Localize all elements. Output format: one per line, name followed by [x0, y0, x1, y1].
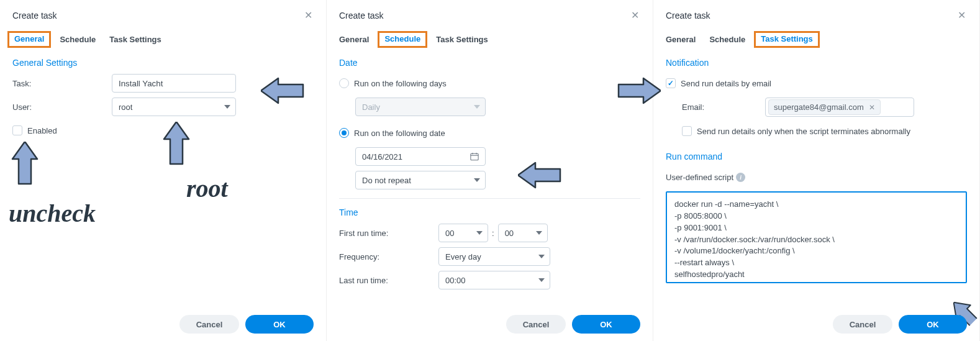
last-run-value: 00:00	[445, 276, 466, 285]
tab-bar: General Schedule Task Settings	[339, 32, 640, 47]
send-email-checkbox[interactable]	[666, 78, 676, 88]
hour-value: 00	[445, 229, 454, 238]
cancel-button[interactable]: Cancel	[506, 315, 566, 334]
cancel-button[interactable]: Cancel	[833, 315, 892, 334]
ok-button[interactable]: OK	[245, 315, 314, 334]
tab-schedule[interactable]: Schedule	[378, 31, 427, 48]
tab-general[interactable]: General	[339, 32, 369, 47]
panel-schedule: Create task ✕ General Schedule Task Sett…	[327, 0, 653, 341]
radio-run-days[interactable]	[339, 78, 349, 88]
frequency-value: Every day	[445, 252, 481, 261]
date-input[interactable]: 04/16/2021	[355, 147, 486, 166]
radio-run-date[interactable]	[339, 128, 349, 138]
cancel-button[interactable]: Cancel	[179, 315, 239, 334]
first-run-label: First run time:	[339, 229, 438, 238]
frequency-label: Frequency:	[339, 252, 438, 261]
chevron-down-icon	[224, 105, 230, 109]
section-general-settings: General Settings	[12, 58, 314, 68]
dialog-title: Create task	[666, 11, 710, 20]
svg-rect-0	[471, 153, 478, 160]
last-run-label: Last run time:	[339, 276, 438, 285]
section-run-command: Run command	[666, 152, 967, 161]
user-select-value: root	[119, 102, 132, 112]
date-value: 04/16/2021	[362, 152, 402, 161]
ok-button[interactable]: OK	[572, 315, 640, 334]
user-select[interactable]: root	[112, 98, 236, 116]
abnormal-only-label: Send run details only when the script te…	[697, 127, 910, 136]
chevron-down-icon	[476, 231, 483, 235]
tab-bar: General Schedule Task Settings	[666, 32, 967, 47]
section-notification: Notification	[666, 58, 967, 68]
repeat-value: Do not repeat	[362, 176, 411, 185]
enabled-label: Enabled	[27, 126, 57, 135]
annotation-root: root	[186, 174, 228, 203]
tab-bar: General Schedule Task Settings	[12, 32, 314, 47]
script-textarea[interactable]: docker run -d --name=yacht \ -p 8005:800…	[666, 191, 967, 283]
frequency-select[interactable]: Every day	[438, 247, 550, 266]
task-label: Task:	[12, 79, 112, 88]
tab-general[interactable]: General	[666, 32, 696, 47]
tab-task-settings[interactable]: Task Settings	[109, 32, 161, 47]
chevron-down-icon	[538, 278, 545, 282]
days-select: Daily	[355, 98, 486, 116]
calendar-icon	[470, 152, 479, 161]
email-chip: supergate84@gmail.com ✕	[768, 99, 881, 115]
close-icon[interactable]: ✕	[629, 10, 640, 21]
radio-run-days-label: Run on the following days	[354, 79, 447, 88]
days-select-value: Daily	[362, 102, 380, 112]
chevron-down-icon	[536, 231, 542, 235]
section-date: Date	[339, 58, 640, 68]
send-email-label: Send run details by email	[681, 79, 771, 88]
tab-schedule[interactable]: Schedule	[60, 32, 96, 47]
info-icon[interactable]: i	[736, 173, 745, 182]
annotation-uncheck: uncheck	[9, 199, 96, 228]
chevron-down-icon	[538, 255, 545, 258]
panel-general: Create task ✕ General Schedule Task Sett…	[0, 0, 327, 341]
user-label: User:	[12, 102, 112, 112]
tab-task-settings[interactable]: Task Settings	[754, 31, 820, 48]
remove-chip-icon[interactable]: ✕	[869, 103, 875, 112]
chevron-down-icon	[474, 105, 480, 109]
close-icon[interactable]: ✕	[956, 10, 967, 21]
chevron-down-icon	[474, 178, 480, 182]
close-icon[interactable]: ✕	[302, 10, 314, 21]
dialog-title: Create task	[12, 11, 57, 20]
section-time: Time	[339, 207, 640, 217]
panel-task-settings: Create task ✕ General Schedule Task Sett…	[653, 0, 980, 341]
radio-run-date-label: Run on the following date	[354, 129, 445, 138]
last-run-select[interactable]: 00:00	[438, 271, 550, 289]
tab-schedule[interactable]: Schedule	[709, 32, 745, 47]
tab-task-settings[interactable]: Task Settings	[436, 32, 488, 47]
script-label: User-defined script	[666, 173, 733, 182]
tab-general[interactable]: General	[7, 31, 51, 48]
dialog-title: Create task	[339, 11, 384, 20]
enabled-checkbox[interactable]	[12, 125, 22, 135]
task-name-input[interactable]	[112, 74, 236, 93]
hour-select[interactable]: 00	[438, 224, 488, 242]
abnormal-only-checkbox[interactable]	[682, 126, 692, 136]
email-chip-text: supergate84@gmail.com	[774, 102, 864, 112]
ok-button[interactable]: OK	[899, 315, 967, 334]
minute-select[interactable]: 00	[498, 224, 548, 242]
email-input[interactable]: supergate84@gmail.com ✕	[765, 98, 914, 117]
repeat-select[interactable]: Do not repeat	[355, 171, 486, 189]
email-label: Email:	[666, 102, 765, 112]
minute-value: 00	[505, 229, 514, 238]
